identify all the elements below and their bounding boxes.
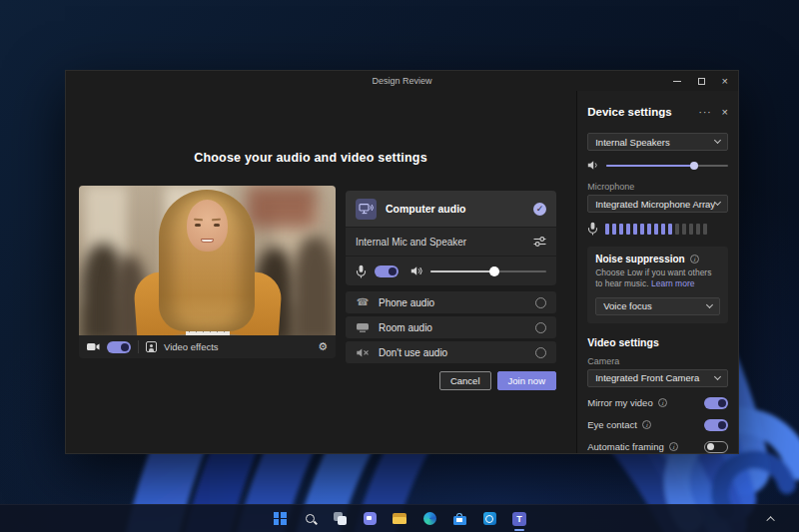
- eye-contact-toggle[interactable]: [704, 419, 728, 431]
- edge-button[interactable]: [419, 507, 439, 531]
- microphone-icon: [587, 222, 598, 236]
- dont-use-audio-option[interactable]: Don't use audio: [346, 341, 556, 363]
- speaker-dropdown[interactable]: Internal Speakers: [587, 133, 728, 151]
- mic-level-bar: [689, 224, 693, 235]
- chevron-down-icon: [714, 137, 721, 144]
- noise-suppression-title: Noise suppression: [595, 254, 684, 265]
- camera-label: Camera: [587, 356, 728, 366]
- outlook-icon: [483, 512, 496, 525]
- computer-audio-label: Computer audio: [386, 203, 524, 215]
- person-in-preview: [79, 186, 336, 335]
- mic-level-bar: [640, 224, 644, 235]
- title-bar[interactable]: Design Review ×: [66, 71, 738, 91]
- start-button[interactable]: [270, 507, 290, 531]
- info-icon[interactable]: i: [669, 442, 678, 451]
- teams-chat-button[interactable]: [360, 507, 380, 531]
- mic-level-bar: [654, 224, 658, 235]
- video-effects-icon: [146, 341, 157, 352]
- microphone-toggle[interactable]: [375, 266, 399, 277]
- computer-audio-icon: [356, 199, 377, 220]
- mic-level-bar: [633, 224, 637, 235]
- task-view-button[interactable]: [330, 507, 350, 531]
- mic-level-bar: [661, 224, 665, 235]
- phone-icon: ☎: [356, 297, 370, 307]
- system-tray: [769, 505, 775, 532]
- device-combo-row[interactable]: Internal Mic and Speaker: [346, 227, 556, 256]
- microphone-dropdown[interactable]: Integrated Microphone Array: [587, 195, 728, 213]
- mic-level-bar: [612, 224, 616, 235]
- speaker-volume-slider[interactable]: [606, 165, 728, 167]
- microphone-label: Microphone: [587, 182, 728, 192]
- info-icon[interactable]: i: [642, 420, 651, 429]
- mic-level-bar: [675, 224, 679, 235]
- file-explorer-button[interactable]: [390, 507, 409, 531]
- eye-contact-row: Eye contact i: [587, 419, 728, 431]
- more-options-icon[interactable]: ···: [699, 107, 712, 118]
- noise-suppression-card: Noise suppression i Choose Low if you wa…: [587, 247, 728, 323]
- automatic-framing-toggle[interactable]: [704, 441, 728, 453]
- store-button[interactable]: [449, 507, 469, 531]
- camera-preview: [79, 186, 336, 335]
- chevron-down-icon: [706, 301, 713, 308]
- minimize-icon[interactable]: [673, 81, 681, 82]
- face: [187, 200, 228, 252]
- selected-check-icon: ✓: [533, 203, 546, 216]
- gear-icon[interactable]: ⚙: [318, 341, 328, 352]
- mic-level-meter: [605, 224, 728, 235]
- teams-icon: T: [512, 512, 526, 526]
- teams-button[interactable]: T: [509, 507, 529, 531]
- join-now-button[interactable]: Join now: [497, 371, 557, 390]
- camera-toggle[interactable]: [107, 341, 131, 353]
- computer-audio-option[interactable]: Computer audio ✓: [346, 191, 556, 227]
- show-hidden-icons-chevron[interactable]: [766, 516, 774, 524]
- info-icon[interactable]: i: [690, 255, 699, 264]
- dont-use-audio-radio[interactable]: [535, 347, 546, 358]
- room-audio-option[interactable]: Room audio: [346, 316, 556, 338]
- chevron-down-icon: [714, 199, 721, 206]
- mic-level-bar: [696, 224, 700, 235]
- chat-icon: [364, 512, 377, 525]
- taskbar: T: [0, 504, 799, 532]
- active-app-indicator: [514, 529, 524, 531]
- custom-setup-icon[interactable]: [533, 236, 546, 248]
- device-settings-title: Device settings: [587, 106, 698, 118]
- desktop: Design Review × Choose your audio and vi…: [0, 0, 799, 532]
- microphone-icon: [356, 265, 367, 278]
- video-effects-button[interactable]: Video effects: [164, 341, 219, 352]
- speaker-icon: [587, 160, 599, 171]
- speaker-volume-slider[interactable]: [430, 270, 546, 272]
- noise-suppression-dropdown[interactable]: Voice focus: [595, 297, 720, 315]
- noise-suppression-description: Choose Low if you want others to hear mu…: [595, 267, 720, 290]
- mic-level-bar: [626, 224, 630, 235]
- mic-level-bar: [668, 224, 672, 235]
- windows-logo-icon: [274, 512, 287, 525]
- prejoin-heading: Choose your audio and video settings: [66, 151, 555, 165]
- search-button[interactable]: [300, 507, 320, 531]
- divider: [138, 340, 139, 353]
- store-icon: [453, 513, 466, 525]
- close-icon[interactable]: ×: [722, 76, 728, 87]
- prejoin-panel: Choose your audio and video settings: [66, 91, 576, 453]
- audio-off-icon: [356, 347, 370, 358]
- mirror-my-video-toggle[interactable]: [704, 397, 728, 409]
- learn-more-link[interactable]: Learn more: [651, 278, 694, 288]
- teams-window: Design Review × Choose your audio and vi…: [65, 70, 739, 454]
- search-icon: [306, 514, 315, 523]
- phone-audio-option[interactable]: ☎ Phone audio: [346, 291, 556, 313]
- window-controls: ×: [673, 71, 728, 91]
- outlook-button[interactable]: [479, 507, 499, 531]
- camera-dropdown[interactable]: Integrated Front Camera: [587, 369, 728, 387]
- dialog-buttons: Cancel Join now: [66, 371, 556, 390]
- panel-close-icon[interactable]: ×: [722, 107, 728, 118]
- device-settings-panel: Device settings ··· × Internal Speakers: [576, 91, 738, 453]
- automatic-framing-row: Automatic framing i: [587, 441, 728, 453]
- room-audio-radio[interactable]: [535, 322, 546, 333]
- edge-icon: [423, 512, 436, 525]
- phone-audio-radio[interactable]: [535, 297, 546, 308]
- maximize-icon[interactable]: [698, 78, 705, 85]
- cancel-button[interactable]: Cancel: [439, 371, 491, 390]
- folder-icon: [393, 513, 406, 524]
- speaker-icon: [410, 266, 422, 276]
- info-icon[interactable]: i: [658, 398, 667, 407]
- window-title: Design Review: [372, 76, 431, 86]
